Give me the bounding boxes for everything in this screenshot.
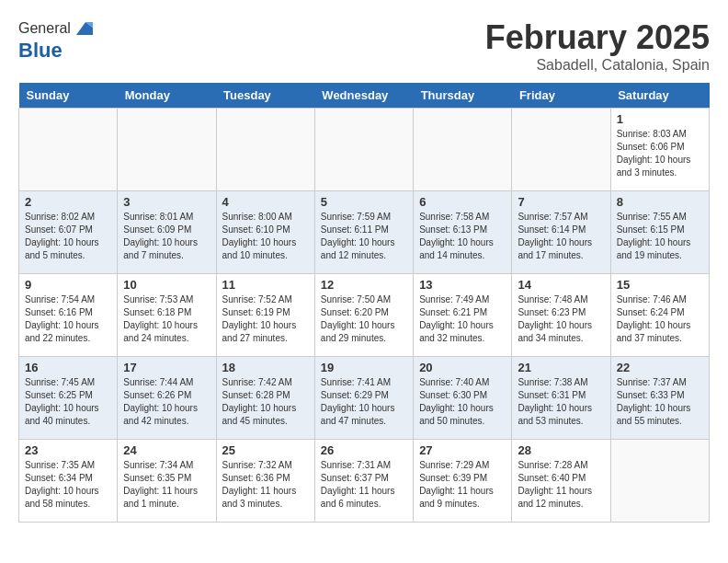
day-number: 1 bbox=[617, 112, 703, 126]
calendar-cell bbox=[19, 109, 118, 191]
calendar-cell: 1Sunrise: 8:03 AM Sunset: 6:06 PM Daylig… bbox=[610, 109, 709, 191]
day-info: Sunrise: 7:40 AM Sunset: 6:30 PM Dayligh… bbox=[419, 376, 506, 428]
day-number: 22 bbox=[617, 361, 703, 374]
day-number: 4 bbox=[222, 195, 309, 209]
day-number: 18 bbox=[222, 361, 309, 374]
column-header-thursday: Thursday bbox=[414, 83, 512, 109]
day-number: 3 bbox=[123, 195, 210, 209]
calendar-cell: 10Sunrise: 7:53 AM Sunset: 6:18 PM Dayli… bbox=[118, 274, 216, 357]
day-number: 5 bbox=[321, 195, 407, 209]
calendar-week-row: 23Sunrise: 7:35 AM Sunset: 6:34 PM Dayli… bbox=[19, 440, 710, 523]
calendar-cell: 24Sunrise: 7:34 AM Sunset: 6:35 PM Dayli… bbox=[118, 440, 216, 523]
logo: General Blue bbox=[18, 18, 93, 63]
day-number: 2 bbox=[25, 195, 111, 209]
day-info: Sunrise: 7:28 AM Sunset: 6:40 PM Dayligh… bbox=[518, 459, 604, 511]
day-info: Sunrise: 7:38 AM Sunset: 6:31 PM Dayligh… bbox=[518, 376, 604, 428]
day-info: Sunrise: 7:42 AM Sunset: 6:28 PM Dayligh… bbox=[222, 376, 309, 428]
day-number: 14 bbox=[518, 278, 604, 292]
column-header-monday: Monday bbox=[118, 83, 216, 109]
month-title: February 2025 bbox=[485, 18, 710, 57]
calendar-cell: 14Sunrise: 7:48 AM Sunset: 6:23 PM Dayli… bbox=[512, 274, 610, 357]
logo-icon bbox=[73, 18, 93, 39]
calendar-cell: 7Sunrise: 7:57 AM Sunset: 6:14 PM Daylig… bbox=[512, 191, 610, 274]
calendar-cell bbox=[414, 109, 512, 191]
day-info: Sunrise: 7:54 AM Sunset: 6:16 PM Dayligh… bbox=[25, 293, 111, 345]
column-header-friday: Friday bbox=[512, 83, 610, 109]
day-info: Sunrise: 7:55 AM Sunset: 6:15 PM Dayligh… bbox=[617, 211, 703, 262]
day-info: Sunrise: 7:59 AM Sunset: 6:11 PM Dayligh… bbox=[321, 211, 407, 262]
calendar-cell: 6Sunrise: 7:58 AM Sunset: 6:13 PM Daylig… bbox=[414, 191, 512, 274]
day-info: Sunrise: 8:00 AM Sunset: 6:10 PM Dayligh… bbox=[222, 211, 309, 262]
calendar-cell: 3Sunrise: 8:01 AM Sunset: 6:09 PM Daylig… bbox=[118, 191, 216, 274]
column-header-wednesday: Wednesday bbox=[314, 83, 413, 109]
calendar-cell: 16Sunrise: 7:45 AM Sunset: 6:25 PM Dayli… bbox=[19, 357, 118, 440]
title-block: February 2025 Sabadell, Catalonia, Spain bbox=[485, 18, 710, 74]
calendar-week-row: 9Sunrise: 7:54 AM Sunset: 6:16 PM Daylig… bbox=[19, 274, 710, 357]
calendar-cell: 5Sunrise: 7:59 AM Sunset: 6:11 PM Daylig… bbox=[314, 191, 413, 274]
day-number: 27 bbox=[419, 443, 506, 457]
day-number: 9 bbox=[25, 278, 111, 292]
calendar-cell: 19Sunrise: 7:41 AM Sunset: 6:29 PM Dayli… bbox=[314, 357, 413, 440]
calendar-cell: 27Sunrise: 7:29 AM Sunset: 6:39 PM Dayli… bbox=[414, 440, 512, 523]
day-info: Sunrise: 8:01 AM Sunset: 6:09 PM Dayligh… bbox=[123, 211, 210, 262]
calendar-cell: 4Sunrise: 8:00 AM Sunset: 6:10 PM Daylig… bbox=[216, 191, 314, 274]
logo-blue-text: Blue bbox=[18, 39, 93, 63]
day-number: 26 bbox=[321, 443, 407, 457]
calendar-cell: 9Sunrise: 7:54 AM Sunset: 6:16 PM Daylig… bbox=[19, 274, 118, 357]
day-number: 17 bbox=[123, 361, 210, 374]
calendar-cell: 2Sunrise: 8:02 AM Sunset: 6:07 PM Daylig… bbox=[19, 191, 118, 274]
day-number: 6 bbox=[419, 195, 506, 209]
calendar-cell bbox=[610, 440, 709, 523]
day-number: 20 bbox=[419, 361, 506, 374]
day-number: 13 bbox=[419, 278, 506, 292]
calendar-header-row: SundayMondayTuesdayWednesdayThursdayFrid… bbox=[19, 83, 710, 109]
column-header-tuesday: Tuesday bbox=[216, 83, 314, 109]
day-info: Sunrise: 8:03 AM Sunset: 6:06 PM Dayligh… bbox=[617, 128, 703, 179]
day-number: 19 bbox=[321, 361, 407, 374]
calendar-cell: 23Sunrise: 7:35 AM Sunset: 6:34 PM Dayli… bbox=[19, 440, 118, 523]
column-header-saturday: Saturday bbox=[610, 83, 709, 109]
calendar-week-row: 2Sunrise: 8:02 AM Sunset: 6:07 PM Daylig… bbox=[19, 191, 710, 274]
calendar-table: SundayMondayTuesdayWednesdayThursdayFrid… bbox=[18, 83, 710, 523]
calendar-cell: 8Sunrise: 7:55 AM Sunset: 6:15 PM Daylig… bbox=[610, 191, 709, 274]
day-info: Sunrise: 7:41 AM Sunset: 6:29 PM Dayligh… bbox=[321, 376, 407, 428]
day-number: 7 bbox=[518, 195, 604, 209]
day-info: Sunrise: 7:32 AM Sunset: 6:36 PM Dayligh… bbox=[222, 459, 309, 511]
day-number: 23 bbox=[25, 443, 111, 457]
day-info: Sunrise: 8:02 AM Sunset: 6:07 PM Dayligh… bbox=[25, 211, 111, 262]
calendar-cell: 22Sunrise: 7:37 AM Sunset: 6:33 PM Dayli… bbox=[610, 357, 709, 440]
day-info: Sunrise: 7:35 AM Sunset: 6:34 PM Dayligh… bbox=[25, 459, 111, 511]
day-number: 16 bbox=[25, 361, 111, 374]
logo-general-text: General bbox=[18, 20, 71, 37]
day-number: 8 bbox=[617, 195, 703, 209]
calendar-cell: 20Sunrise: 7:40 AM Sunset: 6:30 PM Dayli… bbox=[414, 357, 512, 440]
calendar-cell: 26Sunrise: 7:31 AM Sunset: 6:37 PM Dayli… bbox=[314, 440, 413, 523]
column-header-sunday: Sunday bbox=[19, 83, 118, 109]
day-info: Sunrise: 7:45 AM Sunset: 6:25 PM Dayligh… bbox=[25, 376, 111, 428]
calendar-week-row: 1Sunrise: 8:03 AM Sunset: 6:06 PM Daylig… bbox=[19, 109, 710, 191]
day-number: 28 bbox=[518, 443, 604, 457]
day-info: Sunrise: 7:29 AM Sunset: 6:39 PM Dayligh… bbox=[419, 459, 506, 511]
day-info: Sunrise: 7:57 AM Sunset: 6:14 PM Dayligh… bbox=[518, 211, 604, 262]
calendar-cell bbox=[216, 109, 314, 191]
day-info: Sunrise: 7:46 AM Sunset: 6:24 PM Dayligh… bbox=[617, 293, 703, 345]
calendar-cell: 17Sunrise: 7:44 AM Sunset: 6:26 PM Dayli… bbox=[118, 357, 216, 440]
calendar-cell: 13Sunrise: 7:49 AM Sunset: 6:21 PM Dayli… bbox=[414, 274, 512, 357]
calendar-cell: 18Sunrise: 7:42 AM Sunset: 6:28 PM Dayli… bbox=[216, 357, 314, 440]
day-info: Sunrise: 7:52 AM Sunset: 6:19 PM Dayligh… bbox=[222, 293, 309, 345]
calendar-cell: 25Sunrise: 7:32 AM Sunset: 6:36 PM Dayli… bbox=[216, 440, 314, 523]
calendar-cell: 11Sunrise: 7:52 AM Sunset: 6:19 PM Dayli… bbox=[216, 274, 314, 357]
day-info: Sunrise: 7:44 AM Sunset: 6:26 PM Dayligh… bbox=[123, 376, 210, 428]
calendar-cell bbox=[512, 109, 610, 191]
day-info: Sunrise: 7:53 AM Sunset: 6:18 PM Dayligh… bbox=[123, 293, 210, 345]
page-header: General Blue February 2025 Sabadell, Cat… bbox=[18, 18, 710, 74]
day-number: 25 bbox=[222, 443, 309, 457]
day-number: 10 bbox=[123, 278, 210, 292]
calendar-week-row: 16Sunrise: 7:45 AM Sunset: 6:25 PM Dayli… bbox=[19, 357, 710, 440]
calendar-cell: 12Sunrise: 7:50 AM Sunset: 6:20 PM Dayli… bbox=[314, 274, 413, 357]
day-info: Sunrise: 7:37 AM Sunset: 6:33 PM Dayligh… bbox=[617, 376, 703, 428]
calendar-cell: 15Sunrise: 7:46 AM Sunset: 6:24 PM Dayli… bbox=[610, 274, 709, 357]
day-number: 24 bbox=[123, 443, 210, 457]
day-info: Sunrise: 7:49 AM Sunset: 6:21 PM Dayligh… bbox=[419, 293, 506, 345]
day-info: Sunrise: 7:31 AM Sunset: 6:37 PM Dayligh… bbox=[321, 459, 407, 511]
